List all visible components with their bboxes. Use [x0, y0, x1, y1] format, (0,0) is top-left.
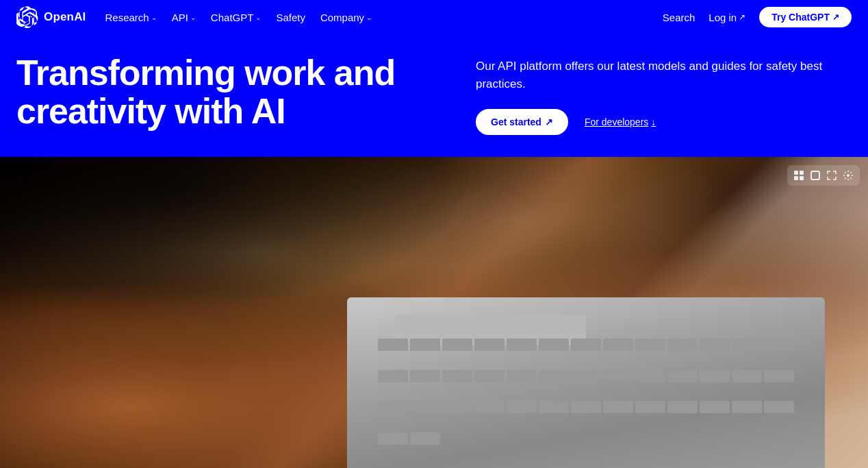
svg-rect-3: [800, 176, 804, 180]
svg-rect-1: [800, 171, 804, 175]
login-button[interactable]: Log in ↗: [709, 12, 745, 23]
chevron-down-icon: ⌄: [255, 14, 261, 21]
nav-item-research[interactable]: Research ⌄: [105, 12, 156, 23]
hero-left: Transforming work and creativity with AI: [16, 53, 476, 130]
brand-name: OpenAI: [44, 10, 86, 24]
hero-right: Our API platform offers our latest model…: [476, 53, 852, 135]
nav-link-company[interactable]: Company ⌄: [320, 12, 372, 23]
chevron-down-icon: ⌄: [151, 14, 157, 21]
openai-logo-icon: [16, 6, 38, 28]
hero-description: Our API platform offers our latest model…: [476, 58, 852, 93]
arrow-up-right-icon: ↗: [832, 12, 839, 22]
try-chatgpt-button[interactable]: Try ChatGPT ↗: [759, 7, 852, 27]
nav-item-chatgpt[interactable]: ChatGPT ⌄: [211, 12, 261, 23]
nav-left: OpenAI Research ⌄ API ⌄ ChatGPT ⌄: [16, 6, 372, 28]
svg-rect-0: [794, 171, 798, 175]
get-started-button[interactable]: Get started ↗: [476, 109, 568, 135]
laptop-keyboard: [371, 332, 801, 468]
nav-item-safety[interactable]: Safety: [276, 12, 305, 23]
square-icon[interactable]: [808, 168, 823, 183]
nav-link-api[interactable]: API ⌄: [172, 12, 196, 23]
arrow-up-right-icon: ↗: [545, 116, 553, 127]
photo-background: [0, 157, 868, 468]
nav-link-research[interactable]: Research ⌄: [105, 12, 156, 23]
nav-link-safety[interactable]: Safety: [276, 12, 305, 23]
svg-rect-2: [794, 176, 798, 180]
nav-link-chatgpt[interactable]: ChatGPT ⌄: [211, 12, 261, 23]
for-developers-button[interactable]: For developers ↓: [585, 116, 656, 127]
svg-rect-4: [811, 171, 819, 180]
expand-icon[interactable]: [824, 168, 839, 183]
chevron-down-icon: ⌄: [366, 14, 372, 21]
svg-point-5: [847, 174, 850, 177]
chevron-down-icon: ⌄: [190, 14, 196, 21]
settings-icon[interactable]: [841, 168, 856, 183]
hero-image: [0, 157, 868, 468]
navbar: OpenAI Research ⌄ API ⌄ ChatGPT ⌄: [0, 0, 868, 34]
nav-item-company[interactable]: Company ⌄: [320, 12, 372, 23]
logo-area[interactable]: OpenAI: [16, 6, 86, 28]
hero-section: Transforming work and creativity with AI…: [0, 34, 868, 157]
arrow-down-icon: ↓: [651, 116, 656, 127]
grid-icon[interactable]: [791, 168, 806, 183]
search-button[interactable]: Search: [663, 12, 695, 23]
hero-title: Transforming work and creativity with AI: [16, 53, 462, 130]
nav-item-api[interactable]: API ⌄: [172, 12, 196, 23]
laptop-image: [347, 297, 824, 468]
hero-buttons: Get started ↗ For developers ↓: [476, 109, 852, 135]
image-toolbar: [787, 165, 860, 186]
arrow-up-right-icon: ↗: [739, 12, 745, 22]
nav-links: Research ⌄ API ⌄ ChatGPT ⌄ Safety: [105, 12, 372, 23]
nav-right: Search Log in ↗ Try ChatGPT ↗: [663, 7, 852, 27]
